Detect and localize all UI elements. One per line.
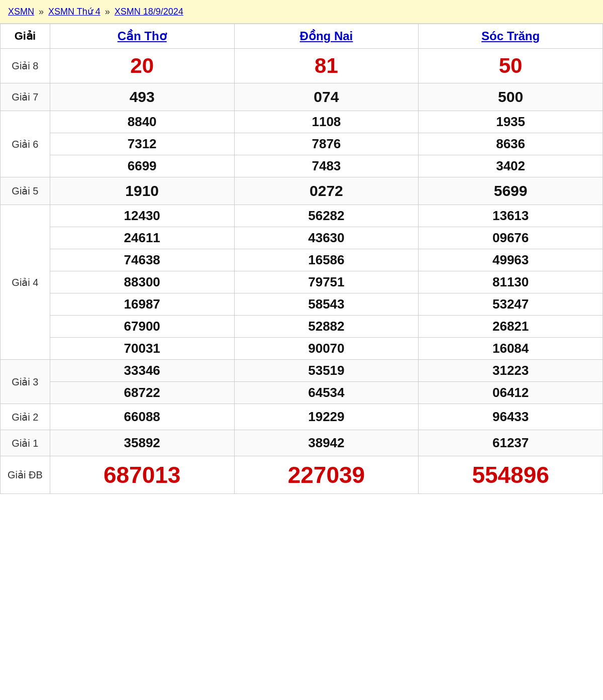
value-giaiDB-2: 554896	[419, 456, 603, 494]
value-giai4-2-2: 49963	[419, 249, 603, 271]
value-giai1-2: 61237	[419, 430, 603, 456]
value-giai3-1-0: 68722	[50, 382, 234, 404]
value-giaiDB-1: 227039	[234, 456, 419, 494]
sep2: »	[105, 7, 113, 17]
header-dong-nai[interactable]: Đồng Nai	[234, 24, 419, 49]
label-giai2: Giải 2	[1, 404, 50, 430]
value-giai6-1-1: 7876	[234, 133, 419, 155]
value-giai6-0-0: 8840	[50, 111, 234, 133]
value-giai4-2-0: 74638	[50, 249, 234, 271]
table-row: 731278768636	[1, 133, 603, 155]
xsmn-link[interactable]: XSMN	[8, 7, 34, 17]
value-giai1-0: 35892	[50, 430, 234, 456]
table-row: 679005288226821	[1, 316, 603, 338]
header-soc-trang[interactable]: Sóc Trăng	[419, 24, 603, 49]
value-giai4-3-0: 88300	[50, 271, 234, 293]
value-giai6-2-0: 6699	[50, 155, 234, 177]
value-giai4-6-2: 16084	[419, 338, 603, 360]
value-giai4-5-1: 52882	[234, 316, 419, 338]
table-row: 246114363009676	[1, 227, 603, 249]
value-giaiDB-0: 687013	[50, 456, 234, 494]
value-giai4-6-1: 90070	[234, 338, 419, 360]
value-giai4-4-1: 58543	[234, 293, 419, 316]
table-row: Giải 6884011081935	[1, 111, 603, 133]
value-giai2-0: 66088	[50, 404, 234, 430]
value-giai4-5-0: 67900	[50, 316, 234, 338]
header-can-tho[interactable]: Cần Thơ	[50, 24, 234, 49]
value-giai2-1: 19229	[234, 404, 419, 430]
sep1: »	[39, 7, 46, 17]
table-row: 169875854353247	[1, 293, 603, 316]
label-giai6: Giải 6	[1, 111, 50, 177]
value-giai1-1: 38942	[234, 430, 419, 456]
value-giai2-2: 96433	[419, 404, 603, 430]
value-giai4-0-2: 13613	[419, 205, 603, 227]
table-row: Giải 3333465351931223	[1, 360, 603, 382]
table-row: 687226453406412	[1, 382, 603, 404]
lottery-table: Giải Cần Thơ Đồng Nai Sóc Trăng Giải 820…	[0, 24, 603, 494]
value-giai7-2: 500	[419, 83, 603, 111]
table-row: Giải 4124305628213613	[1, 205, 603, 227]
value-giai4-1-1: 43630	[234, 227, 419, 249]
value-giai3-0-2: 31223	[419, 360, 603, 382]
value-giai6-1-2: 8636	[419, 133, 603, 155]
value-giai3-0-1: 53519	[234, 360, 419, 382]
table-row: 746381658649963	[1, 249, 603, 271]
value-giai6-0-1: 1108	[234, 111, 419, 133]
table-row: Giải 2660881922996433	[1, 404, 603, 430]
table-row: Giải 1358923894261237	[1, 430, 603, 456]
value-giai4-5-2: 26821	[419, 316, 603, 338]
value-giai4-4-2: 53247	[419, 293, 603, 316]
value-giai7-0: 493	[50, 83, 234, 111]
value-giai6-2-2: 3402	[419, 155, 603, 177]
value-giai4-0-1: 56282	[234, 205, 419, 227]
table-row: 700319007016084	[1, 338, 603, 360]
table-row: Giải ĐB687013227039554896	[1, 456, 603, 494]
value-giai4-3-1: 79751	[234, 271, 419, 293]
xsmn-date-link[interactable]: XSMN 18/9/2024	[115, 7, 183, 17]
value-giai4-1-2: 09676	[419, 227, 603, 249]
value-giai3-1-1: 64534	[234, 382, 419, 404]
header-giai: Giải	[1, 24, 50, 49]
table-row: Giải 7493074500	[1, 83, 603, 111]
value-giai5-2: 5699	[419, 177, 603, 205]
value-giai8-0: 20	[50, 49, 234, 83]
value-giai4-2-1: 16586	[234, 249, 419, 271]
value-giai8-1: 81	[234, 49, 419, 83]
table-header-row: Giải Cần Thơ Đồng Nai Sóc Trăng	[1, 24, 603, 49]
table-row: Giải 5191002725699	[1, 177, 603, 205]
label-giaiDB: Giải ĐB	[1, 456, 50, 494]
label-giai4: Giải 4	[1, 205, 50, 360]
label-giai1: Giải 1	[1, 430, 50, 456]
value-giai5-0: 1910	[50, 177, 234, 205]
value-giai3-0-0: 33346	[50, 360, 234, 382]
value-giai4-4-0: 16987	[50, 293, 234, 316]
value-giai5-1: 0272	[234, 177, 419, 205]
value-giai4-6-0: 70031	[50, 338, 234, 360]
value-giai4-0-0: 12430	[50, 205, 234, 227]
label-giai5: Giải 5	[1, 177, 50, 205]
value-giai3-1-2: 06412	[419, 382, 603, 404]
breadcrumb: XSMN » XSMN Thứ 4 » XSMN 18/9/2024	[0, 0, 603, 24]
value-giai7-1: 074	[234, 83, 419, 111]
value-giai8-2: 50	[419, 49, 603, 83]
value-giai6-2-1: 7483	[234, 155, 419, 177]
label-giai7: Giải 7	[1, 83, 50, 111]
xsmn-thu4-link[interactable]: XSMN Thứ 4	[48, 7, 100, 17]
label-giai3: Giải 3	[1, 360, 50, 404]
value-giai6-1-0: 7312	[50, 133, 234, 155]
value-giai6-0-2: 1935	[419, 111, 603, 133]
table-row: 883007975181130	[1, 271, 603, 293]
table-row: Giải 8208150	[1, 49, 603, 83]
table-row: 669974833402	[1, 155, 603, 177]
value-giai4-1-0: 24611	[50, 227, 234, 249]
value-giai4-3-2: 81130	[419, 271, 603, 293]
label-giai8: Giải 8	[1, 49, 50, 83]
